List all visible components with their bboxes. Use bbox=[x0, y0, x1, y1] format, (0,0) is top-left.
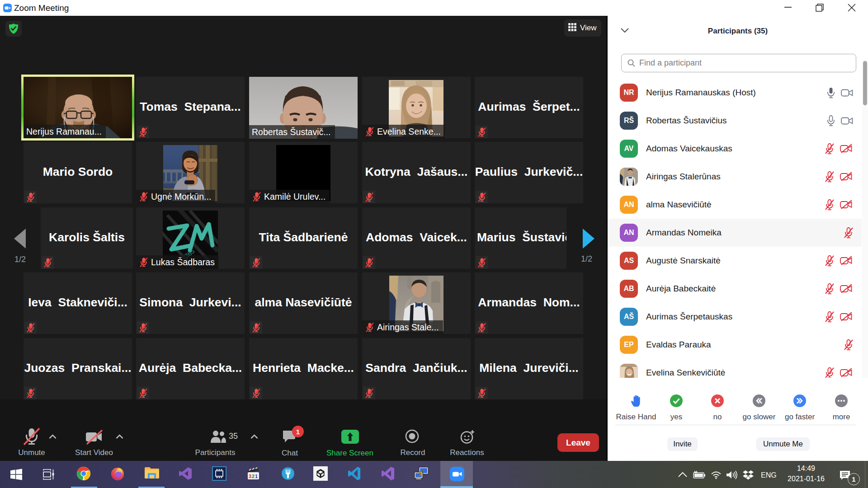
svg-text:1: 1 bbox=[255, 474, 258, 479]
svg-text:2: 2 bbox=[252, 474, 255, 479]
svg-text:3: 3 bbox=[249, 474, 251, 479]
